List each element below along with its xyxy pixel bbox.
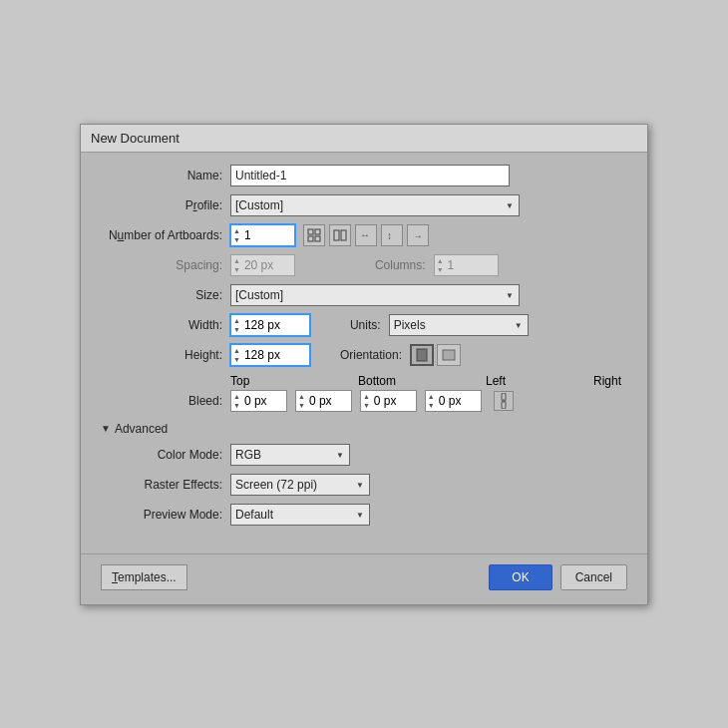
bleed-left-down[interactable]: ▼ <box>363 401 370 410</box>
bleed-right-arrows[interactable]: ▲ ▼ <box>428 392 435 410</box>
bleed-top-label: Top <box>230 374 310 388</box>
svg-text:↔: ↔ <box>360 229 370 240</box>
bleed-right-spinner[interactable]: ▲ ▼ <box>425 390 482 412</box>
artboards-label: Number of Artboards: <box>101 228 230 242</box>
columns-up-arrow: ▲ <box>437 256 444 265</box>
artboards-input[interactable] <box>242 228 292 242</box>
svg-rect-4 <box>334 230 339 240</box>
arrange-right-icon[interactable]: → <box>407 224 429 246</box>
width-arrows[interactable]: ▲ ▼ <box>233 316 240 334</box>
bleed-bottom-arrows[interactable]: ▲ ▼ <box>298 392 305 410</box>
artboards-arrows[interactable]: ▲ ▼ <box>233 226 240 244</box>
height-input[interactable] <box>242 348 307 362</box>
landscape-button[interactable] <box>437 344 461 366</box>
bleed-bottom-up[interactable]: ▲ <box>298 392 305 401</box>
height-row: Height: ▲ ▼ Orientation: <box>101 344 627 366</box>
bleed-right-label: Right <box>593 374 621 388</box>
profile-row: Profile: [Custom] Print Web Mobile <box>101 194 627 216</box>
width-up-arrow[interactable]: ▲ <box>233 316 240 325</box>
templates-button[interactable]: Templates... <box>101 564 187 590</box>
height-spinner[interactable]: ▲ ▼ <box>230 344 310 366</box>
new-document-dialog: New Document Name: Profile: [Custom] Pri… <box>80 124 648 605</box>
height-down-arrow[interactable]: ▼ <box>233 355 240 364</box>
spacing-spinner: ▲ ▼ <box>230 254 295 276</box>
arrange-left-right-icon[interactable]: ↔ <box>355 224 377 246</box>
columns-down-arrow: ▼ <box>437 265 444 274</box>
svg-text:↕: ↕ <box>387 230 392 241</box>
profile-label: Profile: <box>101 198 230 212</box>
raster-effects-row: Raster Effects: Screen (72 ppi) Medium (… <box>101 474 627 496</box>
preview-mode-select[interactable]: Default Pixel Overprint <box>230 504 370 526</box>
dialog-footer: Templates... OK Cancel <box>81 553 647 604</box>
svg-rect-5 <box>341 230 346 240</box>
width-row: Width: ▲ ▼ Units: Pixels Points Inches <box>101 314 627 336</box>
name-row: Name: <box>101 165 627 186</box>
preview-mode-label: Preview Mode: <box>101 508 230 522</box>
columns-arrows: ▲ ▼ <box>437 256 444 274</box>
profile-select[interactable]: [Custom] Print Web Mobile <box>230 194 520 216</box>
bleed-left-up[interactable]: ▲ <box>363 392 370 401</box>
bleed-bottom-down[interactable]: ▼ <box>298 401 305 410</box>
bleed-top-spinner[interactable]: ▲ ▼ <box>230 390 287 412</box>
spacing-input <box>242 258 292 272</box>
bleed-left-spinner[interactable]: ▲ ▼ <box>360 390 417 412</box>
units-label: Units: <box>350 318 381 332</box>
bleed-right-up[interactable]: ▲ <box>428 392 435 401</box>
artboards-up-arrow[interactable]: ▲ <box>233 226 240 235</box>
bleed-link-icon[interactable] <box>494 391 514 411</box>
grid-by-row-icon[interactable] <box>303 224 325 246</box>
dialog-titlebar: New Document <box>81 125 647 153</box>
portrait-button[interactable] <box>410 344 434 366</box>
height-up-arrow[interactable]: ▲ <box>233 346 240 355</box>
bleed-top-down[interactable]: ▼ <box>233 401 240 410</box>
bleed-top-arrows[interactable]: ▲ ▼ <box>233 392 240 410</box>
bleed-bottom-input[interactable] <box>307 394 349 408</box>
height-arrows[interactable]: ▲ ▼ <box>233 346 240 364</box>
bleed-bottom-spinner[interactable]: ▲ ▼ <box>295 390 352 412</box>
preview-mode-select-wrap: Default Pixel Overprint <box>230 504 370 526</box>
units-select[interactable]: Pixels Points Inches <box>389 314 529 336</box>
cancel-button[interactable]: Cancel <box>560 564 627 590</box>
bleed-left-input[interactable] <box>372 394 414 408</box>
svg-rect-3 <box>315 236 320 241</box>
bleed-top-input[interactable] <box>242 394 284 408</box>
color-mode-row: Color Mode: RGB CMYK Grayscale <box>101 444 627 466</box>
profile-select-wrap: [Custom] Print Web Mobile <box>230 194 520 216</box>
spacing-down-arrow: ▼ <box>233 265 240 274</box>
svg-rect-1 <box>315 229 320 234</box>
color-mode-select-wrap: RGB CMYK Grayscale <box>230 444 350 466</box>
color-mode-select[interactable]: RGB CMYK Grayscale <box>230 444 350 466</box>
advanced-toggle-icon[interactable]: ▼ <box>101 423 111 434</box>
ok-button[interactable]: OK <box>489 564 551 590</box>
svg-rect-10 <box>443 350 455 360</box>
bleed-top-up[interactable]: ▲ <box>233 392 240 401</box>
svg-rect-0 <box>308 229 313 234</box>
orientation-label: Orientation: <box>340 348 402 362</box>
width-spinner[interactable]: ▲ ▼ <box>230 314 310 336</box>
templates-button-label: Templates... <box>112 570 177 584</box>
bleed-bottom-label: Bottom <box>358 374 438 388</box>
dialog-title: New Document <box>91 131 180 146</box>
height-label: Height: <box>101 348 230 362</box>
arrange-top-bottom-icon[interactable]: ↕ <box>381 224 403 246</box>
bleed-left-arrows[interactable]: ▲ ▼ <box>363 392 370 410</box>
raster-effects-select-wrap: Screen (72 ppi) Medium (150 ppi) High (3… <box>230 474 370 496</box>
bleed-corner-labels: Top Bottom Left Right <box>230 374 621 388</box>
artboards-down-arrow[interactable]: ▼ <box>233 235 240 244</box>
width-input[interactable] <box>242 318 307 332</box>
width-down-arrow[interactable]: ▼ <box>233 325 240 334</box>
raster-effects-select[interactable]: Screen (72 ppi) Medium (150 ppi) High (3… <box>230 474 370 496</box>
spacing-label: Spacing: <box>101 258 230 272</box>
preview-mode-row: Preview Mode: Default Pixel Overprint <box>101 504 627 526</box>
artboards-spinner[interactable]: ▲ ▼ <box>230 224 295 246</box>
bleed-left-label: Left <box>486 374 546 388</box>
bleed-right-down[interactable]: ▼ <box>428 401 435 410</box>
size-select-wrap: [Custom] Letter A4 <box>230 284 520 306</box>
bleed-right-input[interactable] <box>437 394 479 408</box>
arrange-by-col-icon[interactable] <box>329 224 351 246</box>
name-input[interactable] <box>230 165 510 186</box>
columns-spinner: ▲ ▼ <box>434 254 499 276</box>
size-select[interactable]: [Custom] Letter A4 <box>230 284 520 306</box>
artboard-layout-icons: ↔ ↕ → <box>303 224 429 246</box>
advanced-title: Advanced <box>115 422 168 436</box>
